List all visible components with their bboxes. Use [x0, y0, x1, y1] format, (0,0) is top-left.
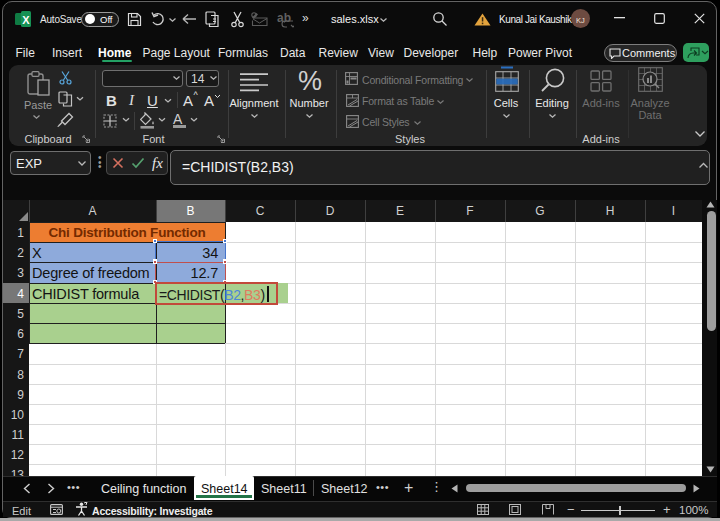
svg-text:X: X [22, 14, 30, 26]
